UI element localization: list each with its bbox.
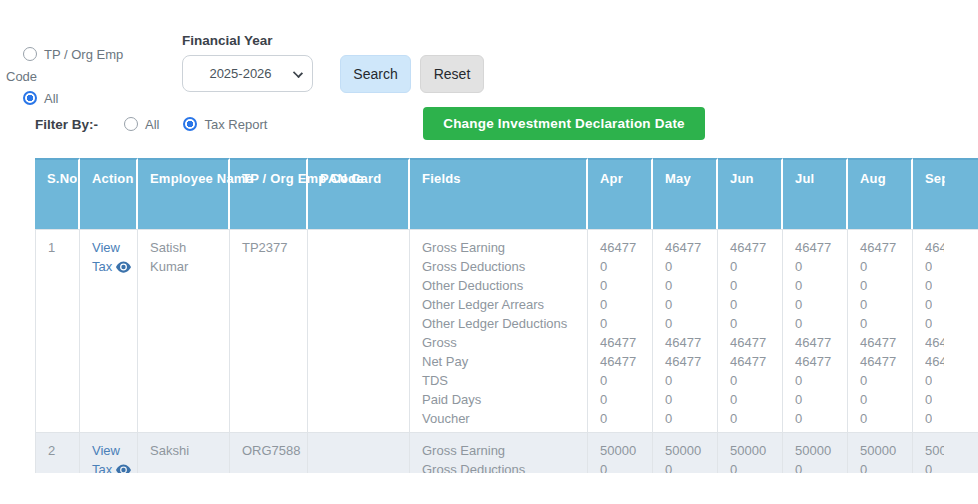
field-value: 0 bbox=[860, 314, 900, 333]
filter-tax-report-radio[interactable] bbox=[183, 117, 197, 131]
field-value: 0 bbox=[665, 371, 705, 390]
view-tax-link[interactable]: ViewTax bbox=[92, 238, 125, 276]
field-value: 50000 bbox=[860, 441, 900, 460]
cell-month-jun: 4647700004647746477000 bbox=[718, 229, 783, 433]
field-value: 0 bbox=[730, 409, 770, 428]
field-value: 46477 bbox=[860, 238, 900, 257]
financial-year-select[interactable]: 2025-2026 bbox=[182, 55, 313, 92]
field-value: 0 bbox=[860, 295, 900, 314]
cell-employee-name: Satish Kumar bbox=[138, 229, 230, 433]
field-value: 0 bbox=[600, 314, 640, 333]
column-header-jun: Jun bbox=[718, 158, 783, 229]
field-value: 46477 bbox=[795, 238, 835, 257]
filter-all-option[interactable]: All bbox=[124, 117, 159, 132]
field-value: 50000 bbox=[600, 441, 640, 460]
all-radio[interactable] bbox=[23, 91, 37, 105]
field-value: 0 bbox=[795, 276, 835, 295]
filter-by-row: Filter By:- All Tax Report bbox=[35, 117, 291, 132]
field-value: 46477 bbox=[925, 333, 966, 352]
field-value: 0 bbox=[600, 390, 640, 409]
field-value: 0 bbox=[925, 276, 966, 295]
field-value: 0 bbox=[925, 314, 966, 333]
emp-code-option[interactable]: TP / Org Emp bbox=[6, 44, 156, 66]
search-button[interactable]: Search bbox=[340, 55, 411, 93]
field-label: Gross Deductions bbox=[422, 460, 575, 473]
field-label: Other Deductions bbox=[422, 276, 575, 295]
field-value: 0 bbox=[925, 295, 966, 314]
field-value: 0 bbox=[665, 257, 705, 276]
field-value: 0 bbox=[860, 371, 900, 390]
field-value: 46477 bbox=[730, 333, 770, 352]
change-investment-declaration-date-button[interactable]: Change Investment Declaration Date bbox=[423, 107, 705, 140]
cell-month-jun: 500000 bbox=[718, 433, 783, 473]
cell-fields: Gross EarningGross DeductionsOther Deduc… bbox=[410, 229, 588, 433]
field-value: 50000 bbox=[730, 441, 770, 460]
field-value: 50000 bbox=[925, 441, 966, 460]
field-value: 0 bbox=[600, 460, 640, 473]
field-value: 46477 bbox=[795, 333, 835, 352]
cell-sno: 2 bbox=[35, 433, 80, 473]
column-header-s-no: S.No bbox=[35, 158, 80, 229]
column-header-jul: Jul bbox=[783, 158, 848, 229]
reset-button[interactable]: Reset bbox=[420, 55, 484, 93]
field-value: 46477 bbox=[600, 333, 640, 352]
filter-all-label: All bbox=[145, 117, 159, 132]
column-header-pan-card: PAN Card bbox=[308, 158, 410, 229]
field-value: 46477 bbox=[600, 352, 640, 371]
cell-month-apr: 500000 bbox=[588, 433, 653, 473]
field-value: 0 bbox=[925, 460, 966, 473]
filter-all-radio[interactable] bbox=[124, 117, 138, 131]
column-header-aug: Aug bbox=[848, 158, 913, 229]
field-label: TDS bbox=[422, 371, 575, 390]
column-header-fields: Fields bbox=[410, 158, 588, 229]
field-value: 0 bbox=[600, 409, 640, 428]
field-label: Gross Deductions bbox=[422, 257, 575, 276]
field-label: Paid Days bbox=[422, 390, 575, 409]
cell-month-aug: 4647700004647746477000 bbox=[848, 229, 913, 433]
cell-pan-card bbox=[308, 433, 410, 473]
field-value: 46477 bbox=[925, 352, 966, 371]
field-value: 0 bbox=[860, 276, 900, 295]
field-value: 0 bbox=[665, 460, 705, 473]
field-value: 46477 bbox=[665, 238, 705, 257]
eye-icon bbox=[116, 261, 131, 273]
field-label: Other Ledger Deductions bbox=[422, 314, 575, 333]
field-value: 46477 bbox=[730, 238, 770, 257]
field-value: 0 bbox=[795, 371, 835, 390]
field-value: 0 bbox=[665, 295, 705, 314]
emp-code-option-label: TP / Org Emp bbox=[44, 47, 123, 62]
cell-sno: 1 bbox=[35, 229, 80, 433]
field-label: Gross Earning bbox=[422, 238, 575, 257]
field-label: Other Ledger Arrears bbox=[422, 295, 575, 314]
field-value: 0 bbox=[665, 276, 705, 295]
column-header-tp-org-emp-code: TP / Org Emp Code bbox=[230, 158, 308, 229]
filter-tax-report-option[interactable]: Tax Report bbox=[183, 117, 267, 132]
field-value: 0 bbox=[860, 409, 900, 428]
field-value: 0 bbox=[665, 390, 705, 409]
field-value: 0 bbox=[860, 390, 900, 409]
view-tax-link[interactable]: ViewTax bbox=[92, 441, 125, 473]
field-label: Net Pay bbox=[422, 352, 575, 371]
emp-code-radio-group: TP / Org Emp Code All bbox=[6, 44, 156, 110]
field-value: 0 bbox=[665, 314, 705, 333]
tax-report-table-wrap[interactable]: S.NoActionEmployee NameTP / Org Emp Code… bbox=[35, 158, 978, 473]
field-value: 0 bbox=[730, 295, 770, 314]
cell-emp-code: TP2377 bbox=[230, 229, 308, 433]
field-value: 46477 bbox=[860, 333, 900, 352]
cell-month-jul: 500000 bbox=[783, 433, 848, 473]
field-value: 0 bbox=[600, 257, 640, 276]
cell-month-aug: 500000 bbox=[848, 433, 913, 473]
field-value: 0 bbox=[925, 371, 966, 390]
filter-tax-report-label: Tax Report bbox=[204, 117, 267, 132]
cell-employee-name: Sakshi bbox=[138, 433, 230, 473]
field-value: 0 bbox=[730, 371, 770, 390]
emp-code-option-label-wrap: Code bbox=[6, 66, 156, 88]
field-value: 0 bbox=[795, 460, 835, 473]
emp-code-radio[interactable] bbox=[23, 47, 37, 61]
field-value: 0 bbox=[730, 257, 770, 276]
field-value: 0 bbox=[925, 257, 966, 276]
cell-month-jul: 4647700004647746477000 bbox=[783, 229, 848, 433]
filter-by-label: Filter By:- bbox=[35, 117, 98, 132]
all-option[interactable]: All bbox=[6, 88, 156, 110]
cell-action: ViewTax bbox=[80, 229, 138, 433]
